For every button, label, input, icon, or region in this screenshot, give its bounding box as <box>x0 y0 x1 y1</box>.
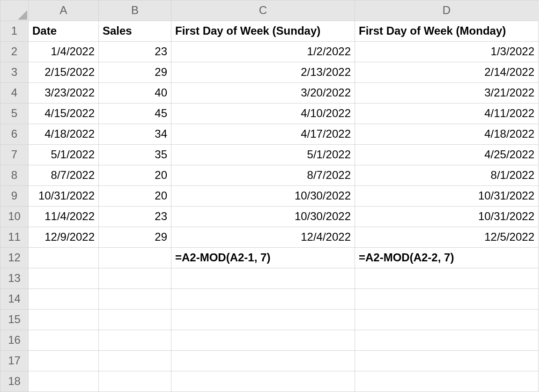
cell-B10[interactable]: 23 <box>99 207 171 227</box>
row-header-8[interactable]: 8 <box>0 165 29 186</box>
cell-D17[interactable] <box>355 351 539 371</box>
cell-D13[interactable] <box>355 268 539 289</box>
cell-C9[interactable]: 10/30/2022 <box>171 186 355 207</box>
row-header-12[interactable]: 12 <box>0 248 29 268</box>
cell-D9[interactable]: 10/31/2022 <box>355 186 539 207</box>
cell-A1[interactable]: Date <box>29 21 99 42</box>
cell-A3[interactable]: 2/15/2022 <box>29 62 99 83</box>
column-header-a[interactable]: A <box>29 0 99 21</box>
cell-A5[interactable]: 4/15/2022 <box>29 104 99 124</box>
cell-D14[interactable] <box>355 289 539 310</box>
cell-C2[interactable]: 1/2/2022 <box>171 42 355 62</box>
row-header-7[interactable]: 7 <box>0 145 29 165</box>
cell-A17[interactable] <box>29 351 99 371</box>
row-header-13[interactable]: 13 <box>0 268 29 289</box>
row-header-15[interactable]: 15 <box>0 310 29 330</box>
row-header-14[interactable]: 14 <box>0 289 29 310</box>
row-header-4[interactable]: 4 <box>0 83 29 104</box>
cell-A6[interactable]: 4/18/2022 <box>29 124 99 145</box>
cell-B14[interactable] <box>99 289 171 310</box>
cell-D2[interactable]: 1/3/2022 <box>355 42 539 62</box>
row-header-1[interactable]: 1 <box>0 21 29 42</box>
cell-B13[interactable] <box>99 268 171 289</box>
cell-D18[interactable] <box>355 371 539 392</box>
row-header-10[interactable]: 10 <box>0 207 29 227</box>
cell-B7[interactable]: 35 <box>99 145 171 165</box>
row-header-18[interactable]: 18 <box>0 371 29 392</box>
cell-C13[interactable] <box>171 268 355 289</box>
cell-C6[interactable]: 4/17/2022 <box>171 124 355 145</box>
cell-C7[interactable]: 5/1/2022 <box>171 145 355 165</box>
spreadsheet-grid[interactable]: ABCD1DateSalesFirst Day of Week (Sunday)… <box>0 0 539 392</box>
select-all-triangle-icon <box>18 10 27 20</box>
cell-C5[interactable]: 4/10/2022 <box>171 104 355 124</box>
cell-B12[interactable] <box>99 248 171 268</box>
cell-C14[interactable] <box>171 289 355 310</box>
cell-D16[interactable] <box>355 330 539 351</box>
cell-D8[interactable]: 8/1/2022 <box>355 165 539 186</box>
cell-A11[interactable]: 12/9/2022 <box>29 227 99 248</box>
cell-A7[interactable]: 5/1/2022 <box>29 145 99 165</box>
cell-C8[interactable]: 8/7/2022 <box>171 165 355 186</box>
cell-B4[interactable]: 40 <box>99 83 171 104</box>
column-header-d[interactable]: D <box>355 0 539 21</box>
cell-B1[interactable]: Sales <box>99 21 171 42</box>
cell-B6[interactable]: 34 <box>99 124 171 145</box>
row-header-2[interactable]: 2 <box>0 42 29 62</box>
select-all-corner[interactable] <box>0 0 29 21</box>
cell-A14[interactable] <box>29 289 99 310</box>
column-header-c[interactable]: C <box>171 0 355 21</box>
cell-D3[interactable]: 2/14/2022 <box>355 62 539 83</box>
row-header-11[interactable]: 11 <box>0 227 29 248</box>
cell-D10[interactable]: 10/31/2022 <box>355 207 539 227</box>
cell-B16[interactable] <box>99 330 171 351</box>
row-header-3[interactable]: 3 <box>0 62 29 83</box>
cell-D4[interactable]: 3/21/2022 <box>355 83 539 104</box>
cell-A4[interactable]: 3/23/2022 <box>29 83 99 104</box>
cell-A18[interactable] <box>29 371 99 392</box>
cell-A16[interactable] <box>29 330 99 351</box>
cell-D1[interactable]: First Day of Week (Monday) <box>355 21 539 42</box>
cell-B2[interactable]: 23 <box>99 42 171 62</box>
cell-A15[interactable] <box>29 310 99 330</box>
cell-B5[interactable]: 45 <box>99 104 171 124</box>
cell-A10[interactable]: 11/4/2022 <box>29 207 99 227</box>
cell-D6[interactable]: 4/18/2022 <box>355 124 539 145</box>
cell-B17[interactable] <box>99 351 171 371</box>
cell-B11[interactable]: 29 <box>99 227 171 248</box>
row-header-16[interactable]: 16 <box>0 330 29 351</box>
cell-B15[interactable] <box>99 310 171 330</box>
cell-A13[interactable] <box>29 268 99 289</box>
cell-C16[interactable] <box>171 330 355 351</box>
cell-C15[interactable] <box>171 310 355 330</box>
row-header-17[interactable]: 17 <box>0 351 29 371</box>
cell-A2[interactable]: 1/4/2022 <box>29 42 99 62</box>
column-header-b[interactable]: B <box>99 0 171 21</box>
cell-D12[interactable]: =A2-MOD(A2-2, 7) <box>355 248 539 268</box>
cell-C1[interactable]: First Day of Week (Sunday) <box>171 21 355 42</box>
cell-B3[interactable]: 29 <box>99 62 171 83</box>
cell-D5[interactable]: 4/11/2022 <box>355 104 539 124</box>
cell-A9[interactable]: 10/31/2022 <box>29 186 99 207</box>
cell-A8[interactable]: 8/7/2022 <box>29 165 99 186</box>
cell-C18[interactable] <box>171 371 355 392</box>
cell-C17[interactable] <box>171 351 355 371</box>
row-header-5[interactable]: 5 <box>0 104 29 124</box>
cell-C12[interactable]: =A2-MOD(A2-1, 7) <box>171 248 355 268</box>
cell-D11[interactable]: 12/5/2022 <box>355 227 539 248</box>
cell-C4[interactable]: 3/20/2022 <box>171 83 355 104</box>
cell-C11[interactable]: 12/4/2022 <box>171 227 355 248</box>
row-header-6[interactable]: 6 <box>0 124 29 145</box>
cell-D7[interactable]: 4/25/2022 <box>355 145 539 165</box>
row-header-9[interactable]: 9 <box>0 186 29 207</box>
cell-D15[interactable] <box>355 310 539 330</box>
cell-B18[interactable] <box>99 371 171 392</box>
cell-A12[interactable] <box>29 248 99 268</box>
cell-B8[interactable]: 20 <box>99 165 171 186</box>
cell-B9[interactable]: 20 <box>99 186 171 207</box>
cell-C3[interactable]: 2/13/2022 <box>171 62 355 83</box>
cell-C10[interactable]: 10/30/2022 <box>171 207 355 227</box>
